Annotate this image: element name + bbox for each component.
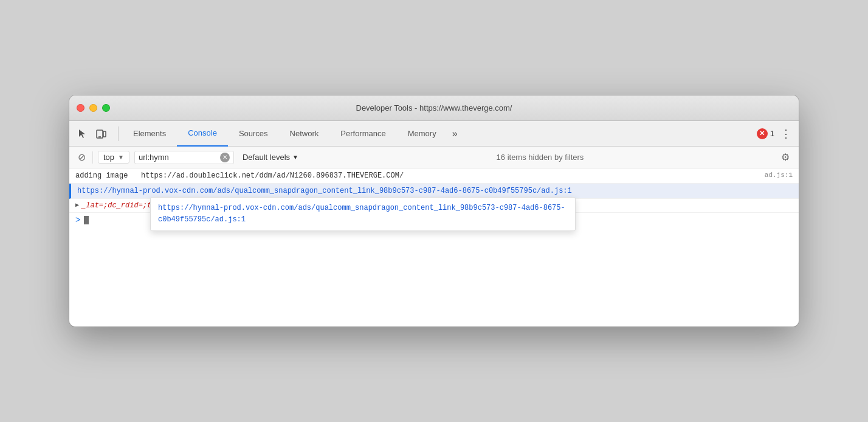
devtools-window: Developer Tools - https://www.theverge.c…	[69, 95, 799, 327]
clear-filter-button[interactable]: ✕	[220, 153, 230, 162]
console-settings-button[interactable]: ⚙	[778, 150, 793, 165]
title-bar: Developer Tools - https://www.theverge.c…	[69, 95, 799, 121]
error-count: 1	[770, 129, 774, 138]
context-selector[interactable]: top ▼	[98, 151, 129, 164]
device-icon	[95, 128, 106, 139]
clear-console-button[interactable]: ⊘	[75, 151, 88, 164]
tab-sources[interactable]: Sources	[228, 121, 279, 147]
default-levels-label: Default levels	[243, 153, 290, 162]
console-content: adding image https://ad.doubleclick.net/…	[69, 168, 799, 327]
toolbar-right: ✕ 1 ⋮	[757, 125, 794, 143]
inspect-element-button[interactable]	[74, 125, 91, 142]
error-badge[interactable]: ✕ 1	[757, 128, 774, 139]
prompt-cursor[interactable]	[84, 216, 89, 224]
toolbar-divider	[118, 126, 119, 141]
console-row: adding image https://ad.doubleclick.net/…	[69, 168, 799, 184]
expand-arrow-icon[interactable]: ▶	[75, 201, 79, 209]
context-value: top	[103, 153, 114, 162]
url-tooltip: https://hymnal-prod.vox-cdn.com/ads/qual…	[150, 197, 576, 231]
tab-performance[interactable]: Performance	[329, 121, 396, 147]
clear-icon: ✕	[222, 154, 227, 161]
default-levels-button[interactable]: Default levels ▼	[239, 151, 302, 163]
svg-rect-1	[103, 131, 106, 137]
log-file-ref: ad.js:1	[765, 170, 793, 181]
tab-network[interactable]: Network	[279, 121, 330, 147]
tab-console[interactable]: Console	[177, 121, 228, 147]
traffic-lights	[77, 104, 110, 112]
tabs-overflow-button[interactable]: »	[447, 121, 463, 147]
url-link[interactable]: https://hymnal-prod.vox-cdn.com/ads/qual…	[77, 187, 572, 195]
prompt-icon: >	[75, 215, 80, 225]
console-row-highlighted: https://hymnal-prod.vox-cdn.com/ads/qual…	[69, 184, 799, 199]
console-log-text: adding image https://ad.doubleclick.net/…	[75, 170, 793, 181]
devtools-toolbar: Elements Console Sources Network Perform…	[69, 121, 799, 147]
levels-dropdown-arrow: ▼	[292, 154, 298, 161]
console-toolbar-divider	[92, 151, 93, 164]
window-title: Developer Tools - https://www.theverge.c…	[356, 103, 512, 112]
gear-icon: ⚙	[781, 151, 790, 163]
more-options-button[interactable]: ⋮	[778, 125, 794, 143]
toolbar-icons	[74, 125, 109, 142]
error-icon: ✕	[757, 128, 768, 139]
console-toolbar: ⊘ top ▼ ✕ Default levels ▼ 16 items hidd…	[69, 147, 799, 168]
close-button[interactable]	[77, 104, 84, 112]
device-toolbar-button[interactable]	[92, 125, 109, 142]
cursor-icon	[77, 128, 88, 139]
console-url-text: https://hymnal-prod.vox-cdn.com/ads/qual…	[77, 185, 793, 196]
tab-elements[interactable]: Elements	[122, 121, 177, 147]
tab-bar: Elements Console Sources Network Perform…	[122, 121, 447, 146]
log-content: adding image https://ad.doubleclick.net/…	[75, 171, 404, 180]
tab-memory[interactable]: Memory	[397, 121, 447, 147]
minimize-button[interactable]	[89, 104, 97, 112]
maximize-button[interactable]	[102, 104, 110, 112]
hidden-items-text: 16 items hidden by filters	[307, 153, 773, 162]
context-dropdown-arrow: ▼	[118, 154, 124, 161]
x-icon: ✕	[759, 130, 765, 137]
filter-input-container: ✕	[134, 151, 234, 164]
filter-input[interactable]	[139, 153, 218, 162]
tooltip-url-text: https://hymnal-prod.vox-cdn.com/ads/qual…	[158, 204, 565, 224]
